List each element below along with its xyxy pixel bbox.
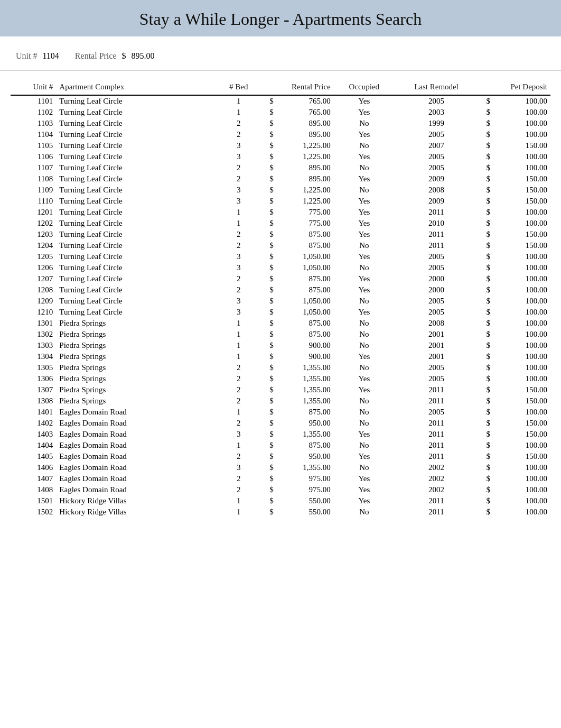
cell-dep-val: 100.00 xyxy=(493,118,550,129)
cell-complex: Turning Leaf Circle xyxy=(56,151,216,162)
cell-dep-dollar: $ xyxy=(478,229,493,240)
cell-price-dollar: $ xyxy=(261,484,277,495)
cell-unit: 1405 xyxy=(11,451,56,462)
cell-dep-val: 100.00 xyxy=(493,506,550,518)
cell-dep-dollar: $ xyxy=(478,284,493,296)
cell-complex: Piedra Springs xyxy=(56,340,216,351)
cell-unit: 1202 xyxy=(11,218,56,229)
table-row: 1203Turning Leaf Circle2$875.00Yes2011$1… xyxy=(11,229,550,240)
cell-price-val: 1,050.00 xyxy=(277,296,334,307)
table-row: 1501Hickory Ridge Villas1$550.00Yes2011$… xyxy=(11,495,550,506)
cell-bed: 2 xyxy=(216,362,261,373)
cell-dep-val: 150.00 xyxy=(493,451,550,462)
cell-dep-dollar: $ xyxy=(478,340,493,351)
cell-price-val: 875.00 xyxy=(277,284,334,296)
cell-remodel: 2005 xyxy=(395,151,478,162)
cell-unit: 1402 xyxy=(11,418,56,429)
cell-remodel: 2001 xyxy=(395,340,478,351)
table-row: 1104Turning Leaf Circle2$895.00Yes2005$1… xyxy=(11,129,550,140)
cell-occupied: Yes xyxy=(334,129,395,140)
cell-price-val: 875.00 xyxy=(277,273,334,284)
cell-dep-val: 150.00 xyxy=(493,140,550,151)
table-row: 1403Eagles Domain Road3$1,355.00Yes2011$… xyxy=(11,429,550,440)
cell-bed: 2 xyxy=(216,162,261,173)
cell-unit: 1302 xyxy=(11,329,56,340)
cell-remodel: 2005 xyxy=(395,307,478,318)
cell-complex: Turning Leaf Circle xyxy=(56,240,216,251)
cell-dep-val: 100.00 xyxy=(493,273,550,284)
cell-dep-dollar: $ xyxy=(478,473,493,484)
cell-dep-val: 100.00 xyxy=(493,329,550,340)
cell-remodel: 2008 xyxy=(395,318,478,329)
cell-price-dollar: $ xyxy=(261,462,277,473)
table-row: 1502Hickory Ridge Villas1$550.00No2011$1… xyxy=(11,506,550,518)
table-container: Unit # Apartment Complex # Bed Rental Pr… xyxy=(0,80,561,528)
table-row: 1304Piedra Springs1$900.00Yes2001$100.00 xyxy=(11,351,550,362)
cell-remodel: 2005 xyxy=(395,251,478,262)
cell-occupied: Yes xyxy=(334,196,395,207)
cell-dep-val: 100.00 xyxy=(493,473,550,484)
cell-occupied: No xyxy=(334,296,395,307)
cell-unit: 1110 xyxy=(11,196,56,207)
cell-remodel: 2005 xyxy=(395,162,478,173)
table-row: 1407Eagles Domain Road2$975.00Yes2002$10… xyxy=(11,473,550,484)
cell-dep-val: 100.00 xyxy=(493,351,550,362)
table-row: 1202Turning Leaf Circle1$775.00Yes2010$1… xyxy=(11,218,550,229)
cell-bed: 2 xyxy=(216,384,261,395)
cell-dep-dollar: $ xyxy=(478,418,493,429)
cell-price-val: 950.00 xyxy=(277,451,334,462)
cell-occupied: Yes xyxy=(334,429,395,440)
cell-remodel: 2011 xyxy=(395,506,478,518)
table-row: 1301Piedra Springs1$875.00No2008$100.00 xyxy=(11,318,550,329)
cell-complex: Turning Leaf Circle xyxy=(56,296,216,307)
cell-complex: Eagles Domain Road xyxy=(56,484,216,495)
cell-dep-dollar: $ xyxy=(478,296,493,307)
table-row: 1109Turning Leaf Circle3$1,225.00No2008$… xyxy=(11,185,550,196)
cell-unit: 1401 xyxy=(11,407,56,418)
cell-occupied: Yes xyxy=(334,107,395,118)
cell-bed: 3 xyxy=(216,251,261,262)
cell-bed: 2 xyxy=(216,373,261,384)
cell-complex: Turning Leaf Circle xyxy=(56,162,216,173)
cell-unit: 1403 xyxy=(11,429,56,440)
cell-bed: 2 xyxy=(216,273,261,284)
cell-remodel: 2009 xyxy=(395,196,478,207)
cell-dep-dollar: $ xyxy=(478,140,493,151)
table-row: 1405Eagles Domain Road2$950.00Yes2011$15… xyxy=(11,451,550,462)
cell-complex: Piedra Springs xyxy=(56,384,216,395)
cell-complex: Piedra Springs xyxy=(56,373,216,384)
cell-dep-val: 100.00 xyxy=(493,129,550,140)
cell-dep-dollar: $ xyxy=(478,196,493,207)
cell-price-dollar: $ xyxy=(261,95,277,107)
cell-price-dollar: $ xyxy=(261,196,277,207)
cell-bed: 3 xyxy=(216,151,261,162)
cell-price-val: 1,225.00 xyxy=(277,196,334,207)
cell-occupied: Yes xyxy=(334,307,395,318)
table-row: 1302Piedra Springs1$875.00No2001$100.00 xyxy=(11,329,550,340)
cell-bed: 3 xyxy=(216,307,261,318)
table-row: 1107Turning Leaf Circle2$895.00No2005$10… xyxy=(11,162,550,173)
col-header-bed: # Bed xyxy=(216,80,261,95)
cell-price-dollar: $ xyxy=(261,240,277,251)
cell-price-dollar: $ xyxy=(261,495,277,506)
cell-bed: 1 xyxy=(216,207,261,218)
cell-unit: 1407 xyxy=(11,473,56,484)
cell-price-dollar: $ xyxy=(261,107,277,118)
cell-price-dollar: $ xyxy=(261,129,277,140)
cell-remodel: 2002 xyxy=(395,473,478,484)
cell-bed: 1 xyxy=(216,495,261,506)
cell-dep-val: 150.00 xyxy=(493,173,550,185)
cell-dep-val: 150.00 xyxy=(493,384,550,395)
cell-unit: 1206 xyxy=(11,262,56,273)
cell-occupied: No xyxy=(334,340,395,351)
cell-occupied: No xyxy=(334,462,395,473)
cell-dep-dollar: $ xyxy=(478,185,493,196)
col-header-price-val: Rental Price xyxy=(277,80,334,95)
cell-complex: Turning Leaf Circle xyxy=(56,140,216,151)
cell-occupied: Yes xyxy=(334,384,395,395)
cell-dep-val: 100.00 xyxy=(493,284,550,296)
cell-occupied: No xyxy=(334,407,395,418)
cell-unit: 1307 xyxy=(11,384,56,395)
cell-price-val: 775.00 xyxy=(277,218,334,229)
cell-complex: Turning Leaf Circle xyxy=(56,218,216,229)
